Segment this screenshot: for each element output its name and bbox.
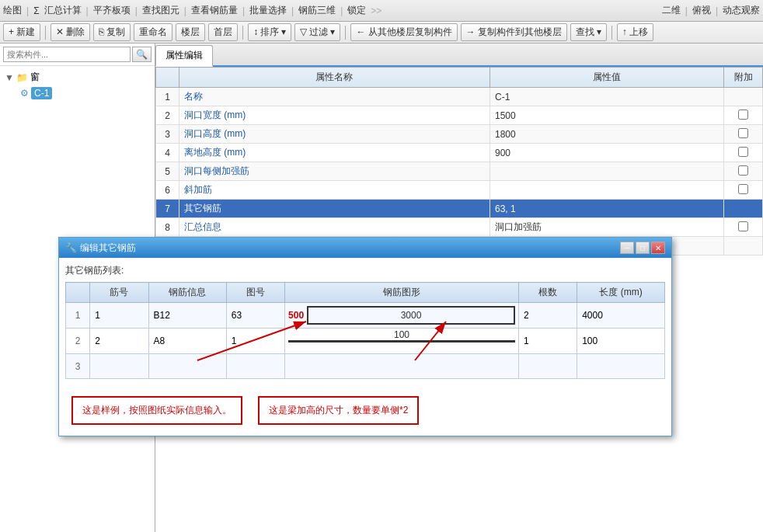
prop-name-cell[interactable]: 汇总信息 [179, 218, 490, 237]
prop-checkbox[interactable] [738, 221, 748, 231]
copy-from-button[interactable]: ← 从其他楼层复制构件 [350, 23, 457, 41]
rebar-id-1[interactable]: 1 [90, 303, 148, 329]
rebar-id-2[interactable]: 2 [90, 329, 148, 354]
rebar-fig-1[interactable]: 63 [226, 303, 284, 329]
prop-row-num: 2 [156, 106, 179, 125]
toolbar-view-rebar[interactable]: 查看钢筋量 [191, 4, 238, 17]
prop-value-cell[interactable]: 洞口加强筋 [490, 218, 723, 237]
prop-row-num: 6 [156, 181, 179, 200]
toolbar-batch-select[interactable]: 批量选择 [249, 4, 287, 17]
toolbar-draw[interactable]: 绘图 [3, 4, 22, 17]
prop-name-cell[interactable]: 洞口宽度 (mm) [179, 106, 490, 125]
col-extra-header: 附加 [724, 68, 763, 88]
rebar-length-2[interactable]: 100 [577, 329, 665, 354]
copy-to-button[interactable]: → 复制构件到其他楼层 [461, 23, 567, 41]
floor-button[interactable]: 楼层 [176, 23, 205, 41]
modal-titlebar: 🔧 编辑其它钢筋 ─ □ ✕ [59, 238, 671, 258]
prop-value-cell[interactable] [490, 162, 723, 181]
close-button[interactable]: ✕ [651, 242, 665, 254]
modal-body: 其它钢筋列表: 筋号 钢筋信息 图号 钢筋图形 根数 长度 (mm) 1 1 [59, 258, 671, 436]
prop-value-cell[interactable]: C-1 [490, 88, 723, 106]
rebar-info-3[interactable] [148, 354, 226, 379]
prop-name-cell[interactable]: 离地高度 (mm) [179, 144, 490, 162]
modal-icon: 🔧 [65, 242, 77, 253]
rebar-id-3[interactable] [90, 354, 148, 379]
prop-checkbox-cell [724, 88, 763, 106]
prop-value-cell[interactable]: 1500 [490, 106, 723, 125]
prop-name-cell[interactable]: 洞口高度 (mm) [179, 125, 490, 144]
prop-value-cell[interactable]: 1800 [490, 125, 723, 144]
copy-button[interactable]: ⎘ 复制 [93, 23, 131, 41]
prop-name-cell[interactable]: 斜加筋 [179, 181, 490, 200]
toolbar-lock[interactable]: 锁定 [347, 4, 366, 17]
toolbar-find-element[interactable]: 查找图元 [142, 4, 179, 17]
annotation-left: 这是样例，按照图纸实际信息输入。 [71, 396, 242, 425]
rebar-fig-2[interactable]: 1 [226, 329, 284, 354]
prop-value-cell[interactable]: 63, 1 [490, 200, 723, 218]
col-num-header [156, 68, 179, 88]
prop-row-num: 1 [156, 88, 179, 106]
toolbar-rebar-3d[interactable]: 钢筋三维 [298, 4, 336, 17]
up-button[interactable]: ↑ 上移 [617, 23, 653, 41]
modal-subtitle: 其它钢筋列表: [65, 264, 665, 277]
tree-root-item[interactable]: ▼ 📁 窗 [3, 69, 152, 85]
tab-properties[interactable]: 属性编辑 [155, 45, 213, 67]
separator [45, 26, 46, 40]
rename-button[interactable]: 重命名 [134, 23, 172, 41]
rebar-count-2[interactable]: 1 [518, 329, 577, 354]
table-row: 3洞口高度 (mm)1800 [156, 125, 763, 144]
prop-value-cell[interactable] [490, 181, 723, 200]
toolbar-dynamic-view[interactable]: 动态观察 [723, 4, 760, 17]
restore-button[interactable]: □ [636, 242, 650, 254]
prop-name-cell[interactable]: 名称 [179, 88, 490, 106]
rebar-count-3[interactable] [518, 354, 577, 379]
toolbar-align[interactable]: 平齐板项 [93, 4, 131, 17]
new-button[interactable]: + 新建 [3, 23, 40, 41]
tree-root-label: 窗 [30, 71, 40, 84]
prop-checkbox[interactable] [738, 165, 748, 176]
prop-name-cell[interactable]: 其它钢筋 [179, 200, 490, 218]
prop-checkbox-cell [724, 237, 763, 256]
rebar-length-1[interactable]: 4000 [577, 303, 665, 329]
toolbar-top-view[interactable]: 俯视 [692, 4, 711, 17]
top-floor-button[interactable]: 首层 [208, 23, 238, 41]
prop-checkbox[interactable] [738, 128, 748, 138]
prop-checkbox[interactable] [738, 147, 748, 157]
rebar-shape-3 [285, 354, 519, 379]
search-input[interactable] [3, 47, 131, 62]
tab-bar: 属性编辑 [155, 43, 763, 67]
minimize-button[interactable]: ─ [620, 242, 634, 254]
table-row: 2洞口宽度 (mm)1500 [156, 106, 763, 125]
rebar-info-2[interactable]: A8 [148, 329, 226, 354]
rebar-length-3[interactable] [577, 354, 665, 379]
prop-checkbox-cell [724, 106, 763, 125]
delete-button[interactable]: ✕ 删除 [51, 23, 90, 41]
table-row: 4离地高度 (mm)900 [156, 144, 763, 162]
toolbar-sigma[interactable]: Σ [33, 5, 39, 16]
copy-to-icon: → [466, 26, 476, 37]
row-num-3: 3 [66, 354, 90, 379]
prop-checkbox[interactable] [738, 110, 748, 120]
prop-value-cell[interactable]: 900 [490, 144, 723, 162]
filter-button[interactable]: ▽ 过滤 ▾ [294, 23, 340, 41]
table-row: 8汇总信息洞口加强筋 [156, 218, 763, 237]
rebar-fig-3[interactable] [226, 354, 284, 379]
find-button[interactable]: 查找 ▾ [570, 23, 607, 41]
search-button[interactable]: 🔍 [132, 47, 152, 62]
table-row: 2 2 A8 1 100 1 100 [66, 329, 665, 354]
rebar-col-count: 根数 [518, 283, 577, 303]
tree-expand-icon[interactable]: ▼ [5, 72, 14, 83]
separator2 [242, 26, 243, 40]
prop-checkbox[interactable] [738, 184, 748, 194]
rebar-count-1[interactable]: 2 [518, 303, 577, 329]
sort-button[interactable]: ↕ 排序 ▾ [248, 23, 291, 41]
prop-checkbox-cell [724, 181, 763, 200]
toolbar-summary[interactable]: 汇总计算 [44, 4, 82, 17]
properties-table: 属性名称 属性值 附加 1名称C-12洞口宽度 (mm)15003洞口高度 (m… [155, 67, 763, 256]
copy-from-icon: ← [356, 26, 365, 37]
tree-node-c1[interactable]: ⚙ C-1 [19, 85, 152, 101]
rebar-info-1[interactable]: B12 [148, 303, 226, 329]
toolbar-2d[interactable]: 二维 [662, 4, 681, 17]
prop-name-cell[interactable]: 洞口每侧加强筋 [179, 162, 490, 181]
prop-row-num: 3 [156, 125, 179, 144]
